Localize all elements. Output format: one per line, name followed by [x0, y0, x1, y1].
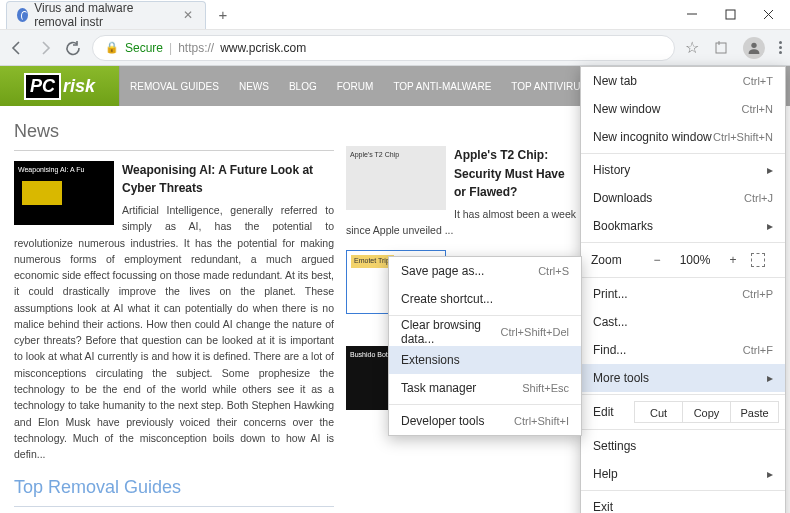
edit-label: Edit	[593, 405, 635, 419]
person-icon	[746, 40, 762, 56]
zoom-in-button[interactable]: +	[721, 253, 745, 267]
address-bar: 🔒 Secure | https://www.pcrisk.com ☆	[0, 30, 790, 66]
zoom-level: 100%	[675, 253, 715, 267]
menu-more-tools[interactable]: More tools▸	[581, 364, 785, 392]
window-maximize-button[interactable]	[712, 0, 748, 28]
secure-label: Secure	[125, 41, 163, 55]
menu-edit: Edit Cut Copy Paste	[581, 397, 785, 427]
new-tab-button[interactable]: +	[212, 4, 234, 26]
article-1: Weaponising AI: A Fu Weaponising AI: A F…	[14, 161, 334, 462]
site-logo[interactable]: PCrisk	[0, 66, 120, 106]
tab-title: Virus and malware removal instr	[34, 1, 171, 29]
fullscreen-icon[interactable]	[751, 253, 765, 267]
title-bar: Virus and malware removal instr ✕ +	[0, 0, 790, 30]
lock-icon: 🔒	[105, 41, 119, 54]
article-2-body: It has almost been a week since Apple un…	[346, 206, 576, 239]
url-host: www.pcrisk.com	[220, 41, 306, 55]
reload-icon	[65, 40, 81, 56]
profile-button[interactable]	[743, 37, 765, 59]
menu-incognito[interactable]: New incognito windowCtrl+Shift+N	[581, 123, 785, 151]
menu-print[interactable]: Print...Ctrl+P	[581, 280, 785, 308]
article-2: Apple's T2 Chip Apple's T2 Chip: Securit…	[346, 146, 576, 238]
edit-paste[interactable]: Paste	[730, 401, 779, 423]
menu-find[interactable]: Find...Ctrl+F	[581, 336, 785, 364]
url-bar[interactable]: 🔒 Secure | https://www.pcrisk.com	[92, 35, 675, 61]
chrome-main-menu: New tabCtrl+T New windowCtrl+N New incog…	[580, 66, 786, 513]
menu-cast[interactable]: Cast...	[581, 308, 785, 336]
logo-risk: risk	[63, 76, 95, 97]
edit-cut[interactable]: Cut	[634, 401, 683, 423]
star-icon[interactable]: ☆	[685, 38, 699, 57]
submenu-extensions[interactable]: Extensions	[389, 346, 581, 374]
menu-downloads[interactable]: DownloadsCtrl+J	[581, 184, 785, 212]
menu-new-window[interactable]: New windowCtrl+N	[581, 95, 785, 123]
reload-button[interactable]	[64, 39, 82, 57]
more-tools-submenu: Save page as...Ctrl+S Create shortcut...…	[388, 256, 582, 436]
nav-removal-guides[interactable]: REMOVAL GUIDES	[120, 81, 229, 92]
maximize-icon	[725, 9, 736, 20]
nav-news[interactable]: NEWS	[229, 81, 279, 92]
menu-settings[interactable]: Settings	[581, 432, 785, 460]
submenu-create-shortcut[interactable]: Create shortcut...	[389, 285, 581, 313]
logo-pc: PC	[24, 73, 61, 100]
top-removal-heading: Top Removal Guides	[14, 474, 334, 507]
url-scheme: https://	[178, 41, 214, 55]
favicon-icon	[17, 8, 28, 22]
svg-rect-4	[716, 43, 726, 53]
zoom-out-button[interactable]: −	[645, 253, 669, 267]
window-minimize-button[interactable]	[674, 0, 710, 28]
nav-top-antimalware[interactable]: TOP ANTI-MALWARE	[383, 81, 501, 92]
article-1-thumb[interactable]: Weaponising AI: A Fu	[14, 161, 114, 225]
submenu-save-page[interactable]: Save page as...Ctrl+S	[389, 257, 581, 285]
svg-rect-1	[726, 10, 735, 19]
tab-close-icon[interactable]: ✕	[183, 8, 193, 22]
menu-new-tab[interactable]: New tabCtrl+T	[581, 67, 785, 95]
minimize-icon	[686, 8, 698, 20]
forward-button[interactable]	[36, 39, 54, 57]
thumb-label: Apple's T2 Chip	[350, 150, 399, 161]
arrow-right-icon	[37, 40, 53, 56]
extensions-icon[interactable]	[713, 40, 729, 56]
close-icon	[763, 9, 774, 20]
nav-blog[interactable]: BLOG	[279, 81, 327, 92]
chrome-menu-button[interactable]	[779, 41, 782, 54]
zoom-label: Zoom	[591, 253, 639, 267]
edit-copy[interactable]: Copy	[682, 401, 731, 423]
svg-point-6	[751, 42, 756, 47]
submenu-task-manager[interactable]: Task managerShift+Esc	[389, 374, 581, 402]
nav-forum[interactable]: FORUM	[327, 81, 384, 92]
thumb-label: Weaponising AI: A Fu	[18, 165, 84, 176]
arrow-left-icon	[9, 40, 25, 56]
menu-bookmarks[interactable]: Bookmarks▸	[581, 212, 785, 240]
news-heading: News	[14, 118, 334, 151]
back-button[interactable]	[8, 39, 26, 57]
submenu-clear-data[interactable]: Clear browsing data...Ctrl+Shift+Del	[389, 318, 581, 346]
menu-help[interactable]: Help▸	[581, 460, 785, 488]
menu-exit[interactable]: Exit	[581, 493, 785, 513]
window-close-button[interactable]	[750, 0, 786, 28]
menu-history[interactable]: History▸	[581, 156, 785, 184]
menu-zoom: Zoom − 100% +	[581, 245, 785, 275]
browser-tab[interactable]: Virus and malware removal instr ✕	[6, 1, 206, 29]
article-1-body: Artificial Intelligence, generally refer…	[14, 202, 334, 462]
article-2-thumb[interactable]: Apple's T2 Chip	[346, 146, 446, 210]
submenu-developer-tools[interactable]: Developer toolsCtrl+Shift+I	[389, 407, 581, 435]
thumb-label: Bushido Botn	[350, 350, 392, 361]
